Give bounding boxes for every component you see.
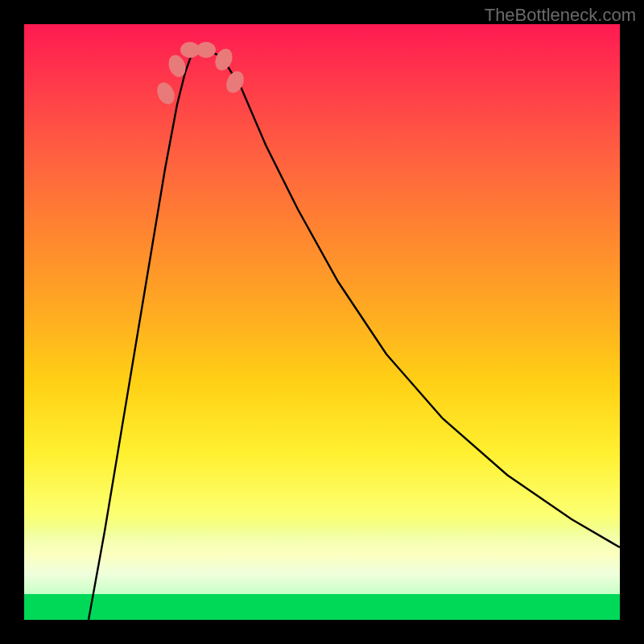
green-floor (24, 594, 620, 620)
yellow-band (24, 526, 620, 594)
chart-area (24, 24, 620, 620)
watermark-text: TheBottleneck.com (485, 5, 636, 26)
